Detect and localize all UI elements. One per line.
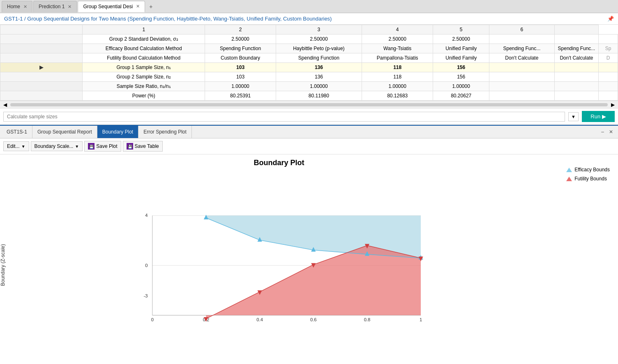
chart-area: Boundary Plot Boundary (Z-scale) 4 — [0, 154, 618, 364]
svg-marker-18 — [566, 168, 572, 172]
svg-marker-19 — [566, 177, 572, 181]
y-axis-label: Boundary (Z-scale) — [0, 244, 6, 286]
row-value: Don't Calculate — [489, 53, 554, 63]
edit-button[interactable]: Edit... ▼ — [3, 141, 29, 151]
horizontal-scrollbar[interactable] — [10, 103, 608, 106]
bottom-tab-report[interactable]: Group Sequential Report — [32, 126, 97, 138]
row-value — [489, 91, 554, 101]
row-value: 118 — [362, 63, 433, 72]
row-value — [554, 91, 599, 101]
chart-legend: Efficacy Bounds Futility Bounds — [558, 159, 618, 360]
row-value: 1.00000 — [362, 82, 433, 91]
svg-text:💾: 💾 — [89, 144, 94, 149]
minimize-btn[interactable]: – — [600, 128, 606, 136]
calc-dropdown-btn[interactable]: ▼ — [568, 112, 579, 121]
row-value — [489, 63, 554, 72]
table-row: ▶Group 1 Sample Size, n₁103136118156 — [0, 63, 618, 72]
tab-home[interactable]: Home ✕ — [2, 1, 32, 12]
scroll-left-btn[interactable]: ◀ — [2, 102, 9, 108]
boundary-scale-button[interactable]: Boundary Scale... ▼ — [31, 141, 83, 151]
bottom-tab-boundary[interactable]: Boundary Plot — [97, 126, 138, 138]
plot-toolbar: Edit... ▼ Boundary Scale... ▼ 💾 Save Plo… — [0, 138, 618, 154]
row-value: Custom Boundary — [205, 53, 276, 63]
run-button[interactable]: Run ▶ — [582, 111, 615, 122]
save-plot-icon: 💾 — [88, 143, 95, 150]
chart-svg-wrapper: Boundary (Z-scale) 4 0 -3 — [0, 170, 558, 360]
row-value: 2.50000 — [276, 35, 362, 44]
legend-efficacy: Efficacy Bounds — [566, 167, 610, 173]
svg-text:0: 0 — [145, 263, 148, 267]
table-header-row: 1 2 3 4 5 6 — [0, 25, 618, 35]
svg-text:0: 0 — [151, 317, 154, 322]
row-label: Group 2 Standard Deviation, σ₂ — [83, 35, 205, 44]
row-value: Spending Function — [276, 53, 362, 63]
main-tab-bar: Home ✕ Prediction 1 ✕ Group Sequential D… — [0, 0, 618, 13]
bottom-tab-bar: GST1S-1 Group Sequential Report Boundary… — [0, 126, 618, 138]
pin-icon[interactable]: 📌 — [607, 16, 614, 22]
row-value: 103 — [205, 72, 276, 82]
futility-legend-icon — [566, 176, 572, 182]
row-value: Unified Family — [433, 44, 489, 53]
row-value — [554, 35, 599, 44]
save-table-button[interactable]: 💾 Save Table — [123, 141, 163, 152]
row-value — [554, 82, 599, 91]
row-value: 80.11980 — [276, 91, 362, 101]
table-row: Group 2 Standard Deviation, σ₂2.500002.5… — [0, 35, 618, 44]
svg-text:💾: 💾 — [127, 144, 132, 149]
scroll-right-btn[interactable]: ▶ — [609, 102, 616, 108]
save-plot-button[interactable]: 💾 Save Plot — [84, 141, 121, 152]
row-value: 80.12683 — [362, 91, 433, 101]
row-value: Pampallona-Tsiatis — [362, 53, 433, 63]
svg-text:0.8: 0.8 — [364, 317, 371, 322]
tab-home-close[interactable]: ✕ — [23, 4, 27, 9]
table-row: Efficacy Bound Calculation MethodSpendin… — [0, 44, 618, 53]
tab-prediction1-close[interactable]: ✕ — [68, 4, 71, 9]
tab-gsd[interactable]: Group Sequential Desi ✕ — [78, 1, 145, 12]
data-table-wrapper: 1 2 3 4 5 6 Group 2 Standard Deviation, … — [0, 25, 618, 101]
panel-title: GST1-1 / Group Sequential Designs for Tw… — [0, 13, 618, 25]
row-value — [554, 72, 599, 82]
bottom-tabs: GST1S-1 Group Sequential Report Boundary… — [2, 126, 192, 138]
add-tab-button[interactable]: + — [146, 2, 156, 12]
calc-input[interactable] — [3, 112, 565, 122]
tab-prediction1[interactable]: Prediction 1 ✕ — [33, 1, 77, 12]
boundary-scale-chevron-icon: ▼ — [75, 144, 79, 149]
tab-gsd-close[interactable]: ✕ — [136, 4, 140, 9]
data-table: 1 2 3 4 5 6 Group 2 Standard Deviation, … — [0, 25, 618, 101]
svg-text:1: 1 — [420, 317, 422, 322]
bottom-tab-gst1s1[interactable]: GST1S-1 — [2, 126, 32, 138]
row-value: Spending Function — [205, 44, 276, 53]
svg-text:0.4: 0.4 — [256, 317, 263, 322]
row-value: 80.20627 — [433, 91, 489, 101]
row-value — [489, 72, 554, 82]
boundary-chart-svg: 4 0 -3 0 0.2 0.4 0.6 0.8 1 — [7, 208, 558, 323]
close-panel-btn[interactable]: ✕ — [607, 128, 615, 136]
row-value: 103 — [205, 63, 276, 72]
table-row: Group 2 Sample Size, n₂103136118156 — [0, 72, 618, 82]
table-row: Power (%)80.2539180.1198080.1268380.2062… — [0, 91, 618, 101]
bottom-tab-error-spending[interactable]: Error Spending Plot — [138, 126, 192, 138]
edit-chevron-icon: ▼ — [21, 144, 25, 149]
efficacy-legend-icon — [566, 167, 572, 173]
table-row: Sample Size Ratio, n₂/n₁1.000001.000001.… — [0, 82, 618, 91]
row-value: 1.00000 — [205, 82, 276, 91]
row-value: 118 — [362, 72, 433, 82]
row-value: Don't Calculate — [554, 53, 599, 63]
row-label: Efficacy Bound Calculation Method — [83, 44, 205, 53]
row-value: 1.00000 — [433, 82, 489, 91]
main-content: GST1-1 / Group Sequential Designs for Tw… — [0, 13, 618, 364]
row-label: Sample Size Ratio, n₂/n₁ — [83, 82, 205, 91]
futility-area — [206, 245, 421, 318]
row-value: 2.50000 — [362, 35, 433, 44]
row-value: Unified Family — [433, 53, 489, 63]
row-value — [489, 82, 554, 91]
top-panel: GST1-1 / Group Sequential Designs for Tw… — [0, 13, 618, 125]
row-label: Futility Bound Calculation Method — [83, 53, 205, 63]
svg-text:4: 4 — [145, 213, 148, 218]
row-value: Spending Func... — [489, 44, 554, 53]
svg-text:-3: -3 — [144, 293, 148, 298]
row-value — [489, 35, 554, 44]
row-label: Group 2 Sample Size, n₂ — [83, 72, 205, 82]
row-value — [554, 63, 599, 72]
bottom-tab-controls: – ✕ — [600, 128, 616, 136]
